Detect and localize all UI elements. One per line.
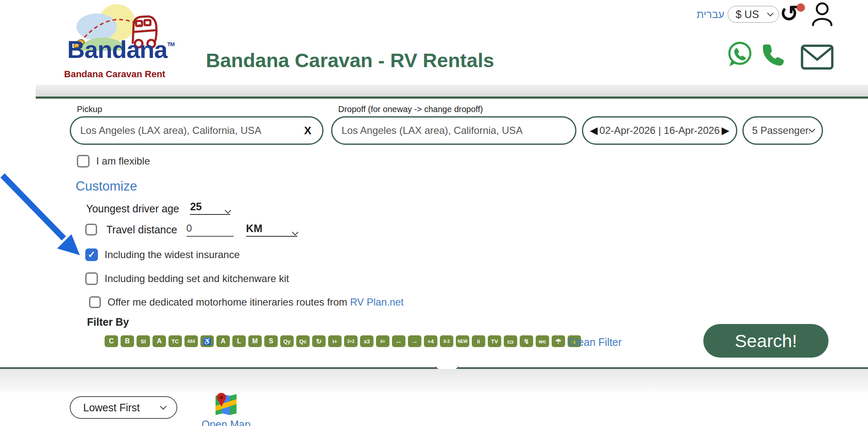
open-map-widget[interactable]: Open Map (199, 392, 253, 426)
filter-icon-seats-2plus2[interactable]: 2+2 (344, 335, 358, 347)
distance-unit-value: KM (246, 222, 263, 235)
filter-icon-tv[interactable]: TV (488, 335, 501, 347)
filter-icon-class-b[interactable]: B (121, 335, 134, 347)
distance-unit-select[interactable]: KM (246, 222, 297, 237)
filter-icon-couple[interactable]: ii (472, 335, 485, 347)
filter-icon-power[interactable]: ↯ (520, 335, 533, 347)
flexible-label: I am flexible (96, 155, 150, 167)
chevron-down-icon (292, 229, 298, 236)
person-icon (810, 2, 834, 28)
logo-wordmark: BandanaTM (67, 35, 174, 63)
filter-icon-quality-c[interactable]: Qc (296, 335, 310, 347)
travel-distance-label: Travel distance (106, 224, 177, 236)
filter-icon-wheelchair-accessible[interactable]: ♿ (200, 335, 214, 347)
pickup-label: Pickup (77, 105, 102, 114)
filter-icon-class-c[interactable]: C (105, 335, 118, 347)
prev-date-arrow[interactable]: ◀ (590, 125, 597, 136)
chevron-down-icon (225, 207, 231, 214)
offer-routes-row: Offer me dedicated motorhome itineraries… (89, 296, 404, 308)
driver-age-select[interactable]: 25 (190, 201, 230, 215)
header-divider-line (36, 97, 868, 99)
filter-icon-size-medium[interactable]: M (248, 335, 262, 347)
reset-search-button[interactable]: ↺ (780, 1, 806, 27)
date-range-value: 02-Apr-2026 | 16-Apr-2026 (600, 125, 720, 136)
travel-distance-checkbox[interactable] (85, 224, 97, 235)
whatsapp-button[interactable] (727, 41, 753, 70)
filter-icon-class-a[interactable]: A (153, 335, 166, 347)
filter-icon-size-small[interactable]: S (264, 335, 278, 347)
chevron-down-icon (767, 10, 774, 17)
passengers-select[interactable]: 5 Passengers (742, 116, 823, 145)
offer-routes-checkbox[interactable] (89, 296, 101, 308)
bedding-label: Including bedding set and kitchenware ki… (105, 273, 289, 285)
filter-icon-quality-y[interactable]: Qy (280, 335, 294, 347)
filter-icon-size-large[interactable]: L (232, 335, 246, 347)
filter-icon-family-plus[interactable]: ii+ (376, 335, 389, 347)
logo[interactable]: BandanaTM Bandana Caravan Rent (58, 3, 171, 85)
travel-distance-input[interactable]: 0 (187, 222, 234, 237)
phone-button[interactable] (761, 44, 786, 69)
filter-icon-rotation-360[interactable]: ↻ (312, 335, 326, 347)
tm-mark: TM (167, 41, 174, 47)
dropoff-label: Dropoff (for oneway -> change dropoff) (338, 105, 483, 114)
filter-by-label: Filter By (87, 316, 129, 328)
section-shadow-band (0, 369, 868, 392)
filter-icon-shower[interactable]: ☂ (552, 335, 565, 347)
insurance-label: Including the widest insurance (105, 249, 240, 261)
pickup-value: Los Angeles (LAX area), California, USA (80, 125, 261, 136)
offer-routes-label: Offer me dedicated motorhome itineraries… (108, 296, 404, 308)
filter-icon-sleeps-x3[interactable]: x3 (360, 335, 374, 347)
check-icon: ✓ (88, 249, 95, 260)
language-link-hebrew[interactable]: עברית (697, 8, 724, 21)
filter-icon-rv-age-0-3[interactable]: 0-3 (440, 335, 453, 347)
email-button[interactable] (801, 44, 834, 71)
header-divider-band (36, 85, 868, 97)
phone-icon (761, 44, 786, 67)
notification-badge (797, 3, 805, 12)
pickup-input[interactable]: Los Angeles (LAX area), California, USA … (70, 116, 324, 145)
whatsapp-icon (727, 41, 753, 68)
driver-age-row: Youngest driver age 25 (86, 201, 230, 215)
date-range-field[interactable]: ◀ 02-Apr-2026 | 16-Apr-2026 ▶ (582, 116, 737, 145)
reset-icon: ↺ (780, 1, 799, 26)
page-title: Bandana Caravan - RV Rentals (206, 49, 494, 72)
insurance-row: ✓ Including the widest insurance (85, 248, 240, 261)
map-icon (214, 392, 238, 416)
logo-subtitle: Bandana Caravan Rent (58, 69, 171, 80)
bedding-checkbox[interactable] (85, 272, 98, 285)
currency-select[interactable]: $ US (728, 6, 779, 23)
filter-icon-bed-width[interactable]: ↔ (392, 335, 405, 347)
chevron-down-icon (160, 403, 167, 410)
filter-icon-wc[interactable]: wc (536, 335, 549, 347)
clear-pickup-button[interactable]: X (304, 124, 322, 137)
dropoff-input[interactable]: Los Angeles (LAX area), California, USA (331, 116, 576, 145)
filter-icon-rv-plus-4[interactable]: +4 (424, 335, 437, 347)
filter-icon-rv-new[interactable]: NEW (456, 335, 469, 347)
clean-filter-link[interactable]: Clean Filter (568, 336, 622, 348)
driver-age-label: Youngest driver age (86, 203, 179, 215)
insurance-checkbox[interactable]: ✓ (85, 248, 98, 261)
search-button[interactable]: Search! (703, 324, 829, 358)
filter-icon-semi-integrated[interactable]: SI (137, 335, 150, 347)
filter-icon-rv-length[interactable]: → (408, 335, 421, 347)
driver-age-value: 25 (190, 201, 202, 213)
open-map-link[interactable]: Open Map (199, 418, 253, 426)
currency-value: $ US (736, 8, 768, 21)
account-button[interactable] (810, 2, 834, 29)
flexible-checkbox[interactable] (77, 155, 89, 167)
sort-select[interactable]: Lowest First (70, 396, 177, 419)
filter-icon-bed[interactable]: ▭ (504, 335, 517, 347)
envelope-icon (801, 44, 834, 70)
customize-link[interactable]: Customize (76, 179, 137, 194)
filter-icon-automatic-transmission[interactable]: A (216, 335, 230, 347)
page: BandanaTM Bandana Caravan Rent Bandana C… (0, 0, 868, 426)
travel-distance-row: Travel distance 0 KM (85, 222, 297, 237)
rv-plan-link[interactable]: RV Plan.net (350, 296, 404, 308)
filter-icon-adult-plus[interactable]: i+ (328, 335, 342, 347)
bedding-row: Including bedding set and kitchenware ki… (85, 272, 289, 285)
filter-icon-truck-camper[interactable]: TC (168, 335, 182, 347)
next-date-arrow[interactable]: ▶ (722, 125, 729, 136)
passengers-value: 5 Passengers (752, 125, 810, 136)
flexible-row: I am flexible (77, 155, 150, 167)
filter-icon-offroad-4x4[interactable]: 4X4 (184, 335, 198, 347)
